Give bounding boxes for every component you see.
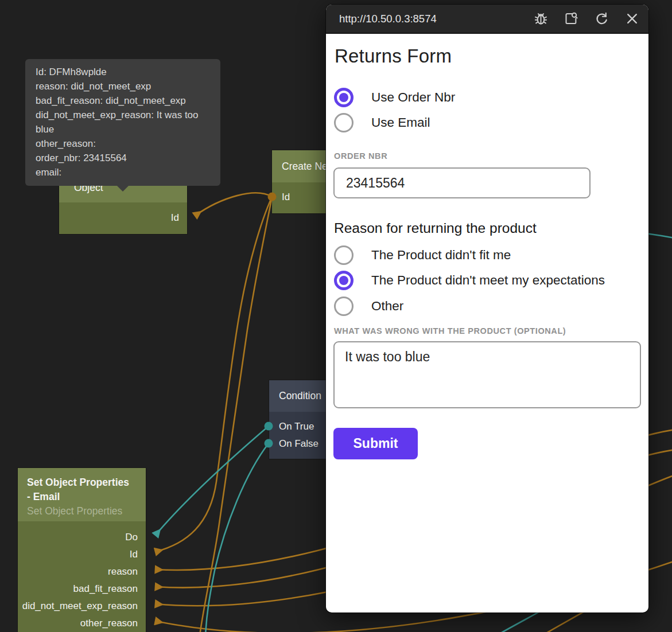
node-setemail-subtitle: Set Object Properties [27,504,137,518]
node-setemail-title-line2: - Email [27,490,137,504]
radio-label[interactable]: Use Order Nbr [371,90,455,105]
tooltip-line: bad_fit_reason: did_not_meet_exp [36,93,210,108]
radio-use-order-nbr[interactable]: Use Order Nbr [334,88,455,107]
radio-label[interactable]: Other [371,299,403,314]
node-set-object-properties-email[interactable]: Set Object Properties - Email Set Object… [17,467,146,632]
radio-didnt-meet-expectations[interactable]: The Product didn't meet my expectations [334,271,605,290]
radio-didnt-fit[interactable]: The Product didn't fit me [334,245,511,265]
port-reason[interactable]: reason [18,563,146,580]
node-setemail-title: Set Object Properties - Email Set Object… [18,468,146,521]
form-title: Returns Form [335,45,452,67]
port-did-not-meet-exp-reason[interactable]: did_not_meet_exp_reason [18,598,146,615]
tooltip-line: Id: DFMh8wplde [36,65,210,79]
radio-other[interactable]: Other [334,297,403,316]
radio-selected-icon[interactable] [334,88,354,107]
radio-label[interactable]: Use Email [371,115,430,130]
tooltip-line: email: [36,165,210,180]
tooltip-line: order_nbr: 23415564 [36,151,210,165]
radio-selected-icon[interactable] [334,271,354,290]
preview-window: http://10.50.0.3:8574 [326,5,648,613]
tooltip-line: other_reason: [36,136,210,151]
tooltip-line: reason: did_not_meet_exp [36,79,210,93]
radio-use-email[interactable]: Use Email [334,113,430,132]
radio-label[interactable]: The Product didn't fit me [371,248,511,263]
debug-tooltip: Id: DFMh8wplde reason: did_not_meet_exp … [25,59,220,186]
url-text: http://10.50.0.3:8574 [339,13,533,25]
wire-createid-down [200,197,272,632]
radio-unselected-icon[interactable] [334,113,354,132]
order-nbr-label: ORDER NBR [334,151,387,161]
order-nbr-input[interactable] [333,167,591,198]
port-object-id[interactable]: Id [59,209,187,227]
submit-button[interactable]: Submit [333,428,418,459]
close-icon[interactable] [624,11,640,26]
wire-createid-to-objectid [195,193,272,216]
open-preview-icon[interactable] [564,11,579,26]
reason-heading: Reason for returning the product [334,220,537,236]
node-setemail-title-line1: Set Object Properties [27,475,137,490]
returns-form: Returns Form Use Order Nbr Use Email ORD… [326,34,648,611]
details-textarea[interactable]: It was too blue [333,341,641,408]
radio-label[interactable]: The Product didn't meet my expectations [371,273,605,288]
wire-onfalse-down [205,443,269,632]
tooltip-line: did_not_meet_exp_reason: It was too blue [36,108,210,136]
details-label: WHAT WAS WRONG WITH THE PRODUCT (OPTIONA… [334,326,566,335]
port-id[interactable]: Id [18,546,146,563]
refresh-icon[interactable] [594,11,609,26]
wire-ontrue-to-do [156,426,269,535]
wire-createid-to-setemail-id [156,197,272,552]
radio-unselected-icon[interactable] [334,297,354,316]
tooltip-pointer [117,186,129,192]
preview-titlebar[interactable]: http://10.50.0.3:8574 [326,5,648,34]
port-other-reason[interactable]: other_reason [18,615,146,632]
port-bad-fit-reason[interactable]: bad_fit_reason [18,580,146,598]
bug-icon[interactable] [533,11,549,26]
radio-unselected-icon[interactable] [334,245,354,265]
port-do[interactable]: Do [18,529,146,546]
